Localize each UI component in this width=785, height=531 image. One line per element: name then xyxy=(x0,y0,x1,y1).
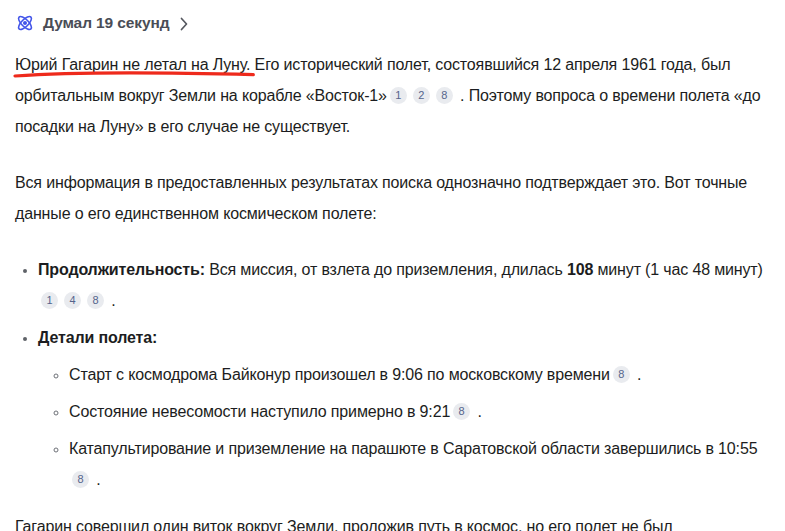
red-underlined-claim: Юрий Гагарин не летал на Луну. xyxy=(15,56,250,73)
answer-text: Юрий Гагарин не летал на Луну. Его истор… xyxy=(15,49,770,531)
chat-response: Думал 19 секунд Юрий Гагарин не летал на… xyxy=(0,0,785,531)
paragraph-summary: Вся информация в предоставленных результ… xyxy=(15,167,770,229)
list-text: минут (1 час 48 минут) xyxy=(593,261,763,278)
term-label: Продолжительность: xyxy=(38,261,205,278)
list-text: . xyxy=(92,471,101,488)
paragraph-intro: Юрий Гагарин не летал на Луну. Его истор… xyxy=(15,49,770,142)
facts-list: Продолжительность: Вся миссия, от взлета… xyxy=(15,254,770,495)
chevron-right-icon xyxy=(180,17,188,31)
sublist-item-weightless: Состояние невесомости наступило примерно… xyxy=(69,396,770,427)
citation-badge[interactable]: 1 xyxy=(390,87,407,104)
atom-icon xyxy=(15,13,35,33)
citation-badge[interactable]: 2 xyxy=(413,87,430,104)
list-text: Катапультирование и приземление на параш… xyxy=(69,440,757,457)
list-text: Старт с космодрома Байконур произошел в … xyxy=(69,366,610,383)
citation-badge[interactable]: 8 xyxy=(87,292,104,309)
sublist-item-launch: Старт с космодрома Байконур произошел в … xyxy=(69,359,770,390)
citation-badge[interactable]: 8 xyxy=(72,471,89,488)
term-label: Детали полета: xyxy=(38,329,157,346)
paragraph-conclusion: Гагарин совершил один виток вокруг Земли… xyxy=(15,511,770,531)
list-text: Состояние невесомости наступило примерно… xyxy=(69,403,450,420)
thinking-label: Думал 19 секунд xyxy=(43,14,170,32)
list-item-duration: Продолжительность: Вся миссия, от взлета… xyxy=(38,254,770,316)
sublist-item-landing: Катапультирование и приземление на параш… xyxy=(69,433,770,495)
red-underline-stroke xyxy=(13,69,255,79)
citation-badge[interactable]: 4 xyxy=(64,292,81,309)
thinking-toggle[interactable]: Думал 19 секунд xyxy=(15,10,188,36)
list-text: . xyxy=(473,403,482,420)
list-text: Вся миссия, от взлета до приземления, дл… xyxy=(205,261,567,278)
list-item-details: Детали полета: Старт с космодрома Байкон… xyxy=(38,322,770,495)
citation-badge[interactable]: 8 xyxy=(453,403,470,420)
value-bold: 108 xyxy=(567,261,593,278)
list-text: . xyxy=(633,366,642,383)
citation-badge[interactable]: 8 xyxy=(613,366,630,383)
citation-badge[interactable]: 1 xyxy=(41,292,58,309)
citation-badge[interactable]: 8 xyxy=(436,87,453,104)
details-sublist: Старт с космодрома Байконур произошел в … xyxy=(38,359,770,495)
list-text: . xyxy=(107,292,116,309)
